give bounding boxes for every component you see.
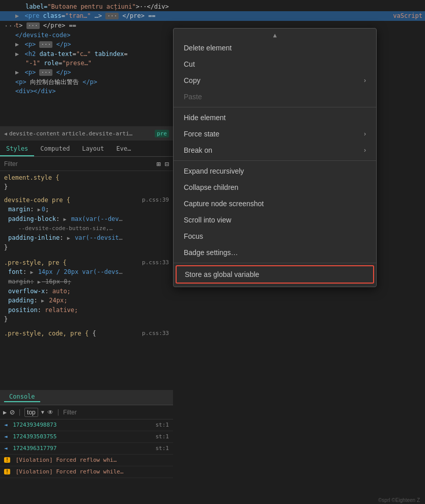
menu-label-expand: Expand recursively (184, 167, 244, 175)
menu-divider-3 (174, 263, 376, 263)
menu-divider-2 (174, 160, 376, 161)
menu-label-paste: Paste (184, 93, 202, 101)
menu-item-focus[interactable]: Focus (174, 228, 376, 244)
console-log-2: ◄ 1724393503755 st:1 (0, 431, 173, 443)
copyright-watermark: ©sprl ©Eighteen Z (378, 497, 420, 503)
menu-label-delete: Delete element (184, 44, 232, 52)
breadcrumb-back-arrow[interactable]: ◀ (4, 131, 7, 136)
html-attr-name: label= (25, 3, 47, 10)
menu-label-capture: Capture node screenshot (184, 200, 264, 208)
copy-submenu-arrow: › (364, 77, 366, 84)
styles-tabs: Styles Computed Layout Eve… (0, 141, 173, 157)
toolbar-separator: | (18, 409, 21, 416)
log-arrow-3: ◄ (4, 445, 8, 452)
tab-layout[interactable]: Layout (76, 142, 110, 156)
console-clear-btn[interactable]: ⊘ (10, 407, 15, 417)
menu-label-scroll: Scroll into view (184, 216, 231, 224)
log-value-1: 1724393498873 (13, 422, 56, 428)
filter-icons: ⊞ ⊟ (156, 160, 169, 168)
console-toolbar: ▶ ⊘ | top ▼ 👁 | (0, 405, 173, 419)
violation-badge-2: ! (4, 469, 10, 474)
menu-item-cut[interactable]: Cut (174, 56, 376, 72)
menu-label-store-global: Store as global variable (185, 270, 259, 278)
violation-2: ! [Violation] Forced reflow while… (0, 466, 173, 478)
tab-styles[interactable]: Styles (0, 142, 34, 156)
expand-arrow-6: ▶ (15, 50, 19, 58)
menu-item-hide-element[interactable]: Hide element (174, 109, 376, 126)
menu-top-arrow: ▲ (174, 31, 376, 40)
html-line-1[interactable]: label="Butoane pentru acțiuni">··</div> (0, 0, 425, 11)
menu-item-capture-screenshot[interactable]: Capture node screenshot (174, 195, 376, 212)
log-value-3: 1724396317797 (13, 445, 56, 452)
filter-icon-1[interactable]: ⊞ (156, 160, 160, 168)
css-panel: element.style { } devsite-code pre { p.c… (0, 171, 173, 390)
tab-computed[interactable]: Computed (34, 142, 76, 156)
menu-item-store-global[interactable]: Store as global variable (176, 265, 374, 284)
violation-1: ! [Violation] Forced reflow whi… (0, 455, 173, 466)
bc-badge-pre: pre (155, 130, 169, 137)
breadcrumb-item-2[interactable]: article.devsite-arti… (62, 130, 132, 137)
css-rule-element-style: element.style { } (0, 171, 173, 193)
tab-event[interactable]: Eve… (110, 142, 137, 156)
breadcrumb: ◀ devsite-content article.devsite-arti… … (0, 126, 173, 141)
menu-label-hide: Hide element (184, 114, 226, 122)
console-filter-input[interactable] (63, 409, 104, 416)
html-attr-val: "Butoane pentru acțiuni" (47, 3, 135, 10)
tab-console[interactable]: Console (4, 393, 40, 402)
menu-label-collapse: Collapse children (184, 183, 238, 191)
filter-icon-2[interactable]: ⊟ (165, 160, 169, 168)
expand-arrow-8: ▶ (15, 69, 19, 76)
menu-label-cut: Cut (184, 60, 195, 68)
menu-item-scroll-into-view[interactable]: Scroll into view (174, 212, 376, 228)
console-run-btn[interactable]: ▶ (3, 409, 7, 416)
console-log-3: ◄ 1724396317797 st:1 (0, 443, 173, 455)
css-rule-devsite-code: devsite-code pre { p.css:39 margin: ▶0; … (0, 193, 173, 254)
console-area: Console ▶ ⊘ | top ▼ 👁 | ◄ 1724393498873 … (0, 390, 173, 504)
collapsed-indicator-5: ··· (39, 41, 52, 48)
toolbar-separator-2: | (56, 409, 60, 416)
menu-item-copy[interactable]: Copy › (174, 72, 376, 89)
console-eye-btn[interactable]: 👁 (47, 409, 53, 416)
menu-label-break-on: Break on (184, 146, 212, 154)
three-dots-icon: ··· (4, 21, 17, 31)
expand-arrow: ▶ (15, 12, 19, 19)
log-arrow-2: ◄ (4, 433, 8, 440)
menu-item-force-state[interactable]: Force state › (174, 126, 376, 142)
menu-item-badge-settings[interactable]: Badge settings… (174, 244, 376, 261)
collapsed-indicator: ··· (105, 13, 119, 19)
menu-item-paste: Paste (174, 89, 376, 105)
log-badge-3: st:1 (156, 444, 169, 453)
console-top-label[interactable]: top (24, 408, 38, 417)
violation-text-2: [Violation] Forced reflow while… (16, 468, 124, 475)
context-menu: ▲ Delete element Cut Copy › Paste Hide e… (173, 28, 377, 287)
menu-item-break-on[interactable]: Break on › (174, 142, 376, 158)
menu-item-collapse-children[interactable]: Collapse children (174, 179, 376, 195)
console-dropdown-arrow[interactable]: ▼ (41, 409, 44, 415)
violation-text-1: [Violation] Forced reflow whi… (16, 457, 117, 463)
menu-item-expand-recursively[interactable]: Expand recursively (174, 163, 376, 179)
console-log-1: ◄ 1724393498873 st:1 (0, 419, 173, 431)
menu-label-force-state: Force state (184, 130, 219, 138)
log-value-2: 1724393503755 (13, 433, 56, 440)
menu-label-focus: Focus (184, 232, 203, 240)
html-line-2-selected[interactable]: ▶ <pre class="tran…" …> ··· </pre> == va… (0, 11, 425, 21)
break-on-submenu-arrow: › (364, 147, 366, 154)
css-filter-input[interactable] (4, 160, 106, 167)
violation-badge-1: ! (4, 457, 10, 463)
log-badge-2: st:1 (156, 432, 169, 441)
force-state-submenu-arrow: › (364, 130, 366, 137)
log-arrow-1: ◄ (4, 422, 8, 428)
menu-label-copy: Copy (184, 76, 201, 85)
css-rule-pre-style: .pre-style, pre { p.css:33 font: ▶ 14px … (0, 256, 173, 326)
menu-item-delete-element[interactable]: Delete element (174, 40, 376, 56)
collapsed-indicator-8: ··· (39, 69, 52, 76)
console-tabs: Console (0, 390, 173, 405)
collapsed-indicator-2: ··· (26, 22, 40, 29)
expand-arrow-5: ▶ (15, 41, 19, 48)
menu-divider-1 (174, 107, 376, 107)
breadcrumb-item-1[interactable]: devsite-content (9, 130, 60, 137)
menu-label-badge: Badge settings… (184, 248, 238, 257)
log-badge-1: st:1 (156, 421, 169, 430)
css-rule-pre-style-code: .pre-style, code, pre { p.css:33 { (0, 327, 173, 340)
filter-bar: ⊞ ⊟ (0, 157, 173, 171)
